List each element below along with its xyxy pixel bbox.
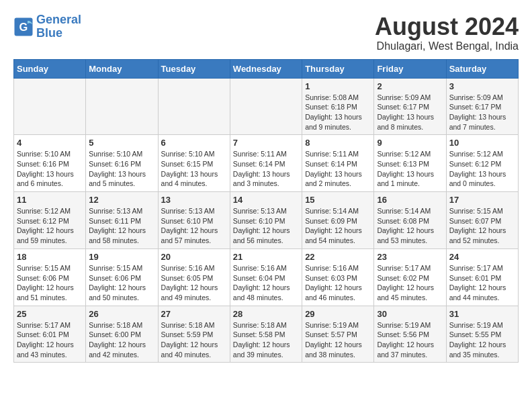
calendar-cell: 22Sunrise: 5:16 AMSunset: 6:03 PMDayligh…	[302, 248, 374, 306]
day-content: Sunrise: 5:11 AMSunset: 6:14 PMDaylight:…	[233, 149, 299, 189]
day-number: 13	[161, 195, 227, 205]
day-content: Sunrise: 5:08 AMSunset: 6:18 PMDaylight:…	[305, 93, 371, 132]
calendar-cell: 3Sunrise: 5:09 AMSunset: 6:17 PMDaylight…	[446, 78, 518, 135]
calendar-cell: 12Sunrise: 5:13 AMSunset: 6:11 PMDayligh…	[86, 192, 158, 249]
calendar-cell	[230, 78, 302, 135]
day-number: 12	[89, 195, 154, 205]
logo-text: General Blue	[36, 13, 81, 40]
calendar-cell: 23Sunrise: 5:17 AMSunset: 6:02 PMDayligh…	[374, 248, 446, 306]
day-number: 24	[449, 252, 515, 262]
calendar-cell: 2Sunrise: 5:09 AMSunset: 6:17 PMDaylight…	[374, 78, 446, 135]
day-number: 16	[377, 195, 443, 205]
day-content: Sunrise: 5:19 AMSunset: 5:56 PMDaylight:…	[377, 320, 443, 360]
calendar-cell: 18Sunrise: 5:15 AMSunset: 6:06 PMDayligh…	[14, 248, 86, 306]
calendar-cell: 14Sunrise: 5:13 AMSunset: 6:10 PMDayligh…	[230, 192, 302, 249]
day-number: 4	[17, 138, 83, 148]
calendar-cell	[86, 78, 158, 135]
calendar-cell: 16Sunrise: 5:14 AMSunset: 6:08 PMDayligh…	[374, 192, 446, 249]
day-number: 17	[449, 195, 515, 205]
day-content: Sunrise: 5:10 AMSunset: 6:15 PMDaylight:…	[161, 149, 227, 189]
calendar-cell: 25Sunrise: 5:17 AMSunset: 6:01 PMDayligh…	[14, 306, 86, 363]
calendar-cell: 5Sunrise: 5:10 AMSunset: 6:16 PMDaylight…	[86, 135, 158, 192]
day-content: Sunrise: 5:14 AMSunset: 6:08 PMDaylight:…	[377, 206, 443, 246]
calendar-cell: 26Sunrise: 5:18 AMSunset: 6:00 PMDayligh…	[86, 306, 158, 363]
day-number: 8	[305, 138, 371, 148]
calendar-cell: 4Sunrise: 5:10 AMSunset: 6:16 PMDaylight…	[14, 135, 86, 192]
calendar-header-sunday: Sunday	[14, 59, 86, 78]
calendar-cell: 6Sunrise: 5:10 AMSunset: 6:15 PMDaylight…	[158, 135, 230, 192]
calendar-cell: 20Sunrise: 5:16 AMSunset: 6:05 PMDayligh…	[158, 248, 230, 306]
calendar-week-row: 18Sunrise: 5:15 AMSunset: 6:06 PMDayligh…	[14, 248, 519, 306]
day-number: 20	[161, 252, 227, 262]
calendar-cell: 11Sunrise: 5:12 AMSunset: 6:12 PMDayligh…	[14, 192, 86, 249]
calendar-cell: 9Sunrise: 5:12 AMSunset: 6:13 PMDaylight…	[374, 135, 446, 192]
day-number: 6	[161, 138, 227, 148]
page-title: August 2024	[375, 13, 519, 40]
day-number: 23	[377, 252, 443, 262]
calendar-cell: 10Sunrise: 5:12 AMSunset: 6:12 PMDayligh…	[446, 135, 518, 192]
day-content: Sunrise: 5:17 AMSunset: 6:01 PMDaylight:…	[449, 263, 515, 303]
calendar-table: SundayMondayTuesdayWednesdayThursdayFrid…	[13, 59, 519, 363]
day-content: Sunrise: 5:11 AMSunset: 6:14 PMDaylight:…	[305, 149, 371, 189]
day-number: 3	[449, 81, 515, 91]
day-content: Sunrise: 5:16 AMSunset: 6:05 PMDaylight:…	[161, 263, 227, 303]
day-content: Sunrise: 5:14 AMSunset: 6:09 PMDaylight:…	[305, 206, 371, 246]
day-number: 2	[377, 81, 443, 91]
day-content: Sunrise: 5:09 AMSunset: 6:17 PMDaylight:…	[377, 93, 443, 132]
calendar-cell: 15Sunrise: 5:14 AMSunset: 6:09 PMDayligh…	[302, 192, 374, 249]
calendar-cell: 7Sunrise: 5:11 AMSunset: 6:14 PMDaylight…	[230, 135, 302, 192]
calendar-cell: 28Sunrise: 5:18 AMSunset: 5:58 PMDayligh…	[230, 306, 302, 363]
calendar-cell: 1Sunrise: 5:08 AMSunset: 6:18 PMDaylight…	[302, 78, 374, 135]
day-number: 27	[161, 309, 227, 319]
day-content: Sunrise: 5:18 AMSunset: 6:00 PMDaylight:…	[89, 320, 154, 360]
calendar-week-row: 4Sunrise: 5:10 AMSunset: 6:16 PMDaylight…	[14, 135, 519, 192]
day-number: 11	[17, 195, 83, 205]
calendar-week-row: 25Sunrise: 5:17 AMSunset: 6:01 PMDayligh…	[14, 306, 519, 363]
calendar-cell: 31Sunrise: 5:19 AMSunset: 5:55 PMDayligh…	[446, 306, 518, 363]
day-content: Sunrise: 5:13 AMSunset: 6:10 PMDaylight:…	[161, 206, 227, 246]
day-content: Sunrise: 5:16 AMSunset: 6:03 PMDaylight:…	[305, 263, 371, 303]
logo: G General Blue	[13, 13, 81, 40]
calendar-cell: 19Sunrise: 5:15 AMSunset: 6:06 PMDayligh…	[86, 248, 158, 306]
day-content: Sunrise: 5:17 AMSunset: 6:02 PMDaylight:…	[377, 263, 443, 303]
day-number: 30	[377, 309, 443, 319]
calendar-cell: 24Sunrise: 5:17 AMSunset: 6:01 PMDayligh…	[446, 248, 518, 306]
calendar-header-row: SundayMondayTuesdayWednesdayThursdayFrid…	[14, 59, 519, 78]
calendar-header-monday: Monday	[86, 59, 158, 78]
day-content: Sunrise: 5:12 AMSunset: 6:13 PMDaylight:…	[377, 149, 443, 189]
day-content: Sunrise: 5:16 AMSunset: 6:04 PMDaylight:…	[233, 263, 299, 303]
svg-text:G: G	[19, 21, 28, 33]
day-number: 10	[449, 138, 515, 148]
calendar-cell: 27Sunrise: 5:18 AMSunset: 5:59 PMDayligh…	[158, 306, 230, 363]
calendar-week-row: 1Sunrise: 5:08 AMSunset: 6:18 PMDaylight…	[14, 78, 519, 135]
day-content: Sunrise: 5:19 AMSunset: 5:55 PMDaylight:…	[449, 320, 515, 360]
calendar-header-friday: Friday	[374, 59, 446, 78]
calendar-cell	[14, 78, 86, 135]
logo-icon: G	[13, 17, 34, 37]
day-number: 19	[89, 252, 154, 262]
day-number: 26	[89, 309, 154, 319]
day-number: 31	[449, 309, 515, 319]
calendar-cell	[158, 78, 230, 135]
day-number: 7	[233, 138, 299, 148]
logo-line1: General	[36, 13, 81, 26]
day-number: 5	[89, 138, 154, 148]
day-number: 25	[17, 309, 83, 319]
calendar-header-saturday: Saturday	[446, 59, 518, 78]
calendar-cell: 21Sunrise: 5:16 AMSunset: 6:04 PMDayligh…	[230, 248, 302, 306]
day-number: 29	[305, 309, 371, 319]
calendar-header-thursday: Thursday	[302, 59, 374, 78]
calendar-week-row: 11Sunrise: 5:12 AMSunset: 6:12 PMDayligh…	[14, 192, 519, 249]
calendar-cell: 29Sunrise: 5:19 AMSunset: 5:57 PMDayligh…	[302, 306, 374, 363]
day-number: 14	[233, 195, 299, 205]
day-content: Sunrise: 5:15 AMSunset: 6:07 PMDaylight:…	[449, 206, 515, 246]
calendar-header-tuesday: Tuesday	[158, 59, 230, 78]
day-content: Sunrise: 5:09 AMSunset: 6:17 PMDaylight:…	[449, 93, 515, 132]
day-content: Sunrise: 5:10 AMSunset: 6:16 PMDaylight:…	[89, 149, 154, 189]
day-content: Sunrise: 5:15 AMSunset: 6:06 PMDaylight:…	[17, 263, 83, 303]
day-number: 21	[233, 252, 299, 262]
calendar-cell: 8Sunrise: 5:11 AMSunset: 6:14 PMDaylight…	[302, 135, 374, 192]
calendar-cell: 30Sunrise: 5:19 AMSunset: 5:56 PMDayligh…	[374, 306, 446, 363]
title-area: August 2024 Dhulagari, West Bengal, Indi…	[375, 13, 519, 52]
day-number: 28	[233, 309, 299, 319]
